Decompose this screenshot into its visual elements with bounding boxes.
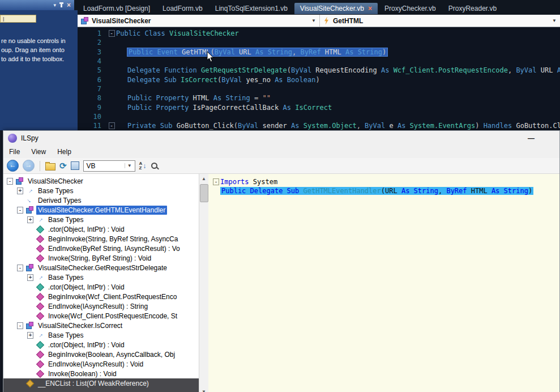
- toolbox-item[interactable]: l: [0, 15, 36, 23]
- line-number: 4: [78, 57, 107, 65]
- open-file-icon[interactable]: [45, 163, 55, 171]
- tab-proxychecker-vb[interactable]: ProxyChecker.vb: [379, 3, 442, 14]
- tree-item[interactable]: BeginInvoke(String, ByRef String, AsyncC…: [3, 234, 199, 244]
- ilspy-app-icon: [8, 134, 17, 143]
- code-token: As String: [213, 94, 254, 102]
- tab-visualsitechecker-vb[interactable]: VisualSiteChecker.vb×: [294, 3, 378, 14]
- tab-close-icon[interactable]: ×: [368, 5, 372, 12]
- tree-item-label: .ctor(Object, IntPtr) : Void: [46, 340, 126, 350]
- member-dropdown[interactable]: GetHTML ▼: [320, 15, 560, 27]
- tree-item[interactable]: BeginInvoke(Boolean, AsyncCallback, Obj: [3, 350, 199, 359]
- line-number: 7: [78, 85, 107, 93]
- chevron-down-icon: ▼: [125, 163, 132, 168]
- tree-item[interactable]: .ctor(Object, IntPtr) : Void: [3, 224, 199, 234]
- method-icon: [36, 245, 44, 252]
- editor-line: 3Public Event GetHTML(ByVal URL As Strin…: [78, 48, 560, 57]
- tree-item[interactable]: Derived Types: [3, 195, 199, 205]
- forward-button[interactable]: →: [23, 160, 35, 172]
- code-token: =: [254, 94, 262, 102]
- tree-item-label: EndInvoke(IAsyncResult) : String: [46, 302, 149, 311]
- expander-icon[interactable]: +: [27, 216, 33, 223]
- tree-item[interactable]: -VisualSiteChecker.GetHTMLEventHandler: [3, 205, 199, 215]
- tab-proxyreader-vb[interactable]: ProxyReader.vb: [443, 3, 502, 14]
- tree-item[interactable]: BeginInvoke(Wcf_Client.PostRequestEnco: [3, 292, 199, 301]
- expander-icon[interactable]: -: [17, 207, 23, 214]
- tree-item[interactable]: Invoke(Boolean) : Void: [3, 369, 199, 378]
- tree-item-label: .ctor(Object, IntPtr) : Void: [46, 283, 126, 292]
- code-token: GetHTML: [182, 48, 211, 56]
- tree-item-label: Invoke(Boolean) : Void: [46, 369, 118, 378]
- sort-arrow-icon: ↓: [143, 162, 146, 170]
- tree-item[interactable]: Invoke(String, ByRef String) : Void: [3, 253, 199, 263]
- code-text: Delegate Function GetRequestStrDelegate(…: [127, 66, 560, 74]
- source-line: Public Delegate Sub GetHTMLEventHandler(…: [212, 186, 559, 195]
- tab-loadform-vb[interactable]: LoadForm.vb: [157, 3, 208, 14]
- tree-scrollbar[interactable]: ▲ ▼: [199, 174, 208, 392]
- tree-item[interactable]: -VisualSiteChecker.GetRequestStrDelegate: [3, 263, 199, 272]
- code-token: ,: [438, 187, 446, 195]
- tree-item[interactable]: +Base Types: [3, 186, 199, 195]
- tab-linqtosqlextension1-vb[interactable]: LinqToSqlExtension1.vb: [210, 3, 293, 14]
- menu-item-view[interactable]: View: [31, 148, 46, 156]
- minimize-button[interactable]: —: [528, 134, 535, 142]
- expander-icon[interactable]: +: [17, 188, 23, 194]
- code-token: Wcf_Client.PostRequestEncode: [394, 66, 508, 74]
- event-icon: [323, 17, 330, 25]
- chevron-down-icon[interactable]: ▾: [53, 3, 56, 8]
- code-token: (: [234, 122, 238, 130]
- tree-item[interactable]: .ctor(Object, IntPtr) : Void: [3, 282, 199, 292]
- back-button[interactable]: ←: [7, 160, 19, 172]
- tree-item[interactable]: -VisualSiteChecker.IsCorrect: [3, 321, 199, 330]
- language-select[interactable]: VB ▼: [83, 160, 135, 172]
- menu-item-help[interactable]: Help: [57, 148, 71, 156]
- scroll-down-icon[interactable]: ▼: [199, 387, 208, 392]
- tree-item[interactable]: +Base Types: [3, 272, 199, 282]
- fold-toggle-icon[interactable]: -: [109, 30, 115, 37]
- expander-icon[interactable]: +: [27, 274, 33, 281]
- editor-navigation-bar: VisualSiteChecker ▼ GetHTML ▼: [78, 15, 560, 27]
- assembly-list-icon[interactable]: [71, 161, 79, 170]
- pin-icon[interactable]: [61, 3, 62, 7]
- scrollbar-thumb[interactable]: [200, 184, 208, 202]
- fold-toggle-icon[interactable]: -: [109, 122, 115, 129]
- member-dropdown-label: GetHTML: [333, 17, 363, 25]
- tree-item[interactable]: __ENCList : List(Of WeakReference): [3, 378, 199, 388]
- decompiled-source-view[interactable]: -Imports SystemPublic Delegate Sub GetHT…: [208, 174, 559, 392]
- expander-icon[interactable]: +: [27, 332, 33, 339]
- expander-icon[interactable]: -: [7, 178, 13, 185]
- tree-item[interactable]: +Base Types: [3, 330, 199, 340]
- method-icon: [36, 351, 44, 358]
- sort-icon[interactable]: AZ ↓: [139, 161, 147, 171]
- close-icon[interactable]: ×: [67, 2, 71, 8]
- code-token: As: [381, 66, 394, 74]
- scroll-up-icon[interactable]: ▲: [199, 174, 208, 183]
- search-icon[interactable]: [150, 161, 159, 171]
- code-token: Public Property: [127, 104, 193, 112]
- field-icon: [26, 380, 33, 387]
- code-token: As Str: [557, 66, 560, 74]
- selected-code: Public Delegate Sub GetHTMLEventHandler(…: [220, 187, 533, 195]
- toolbox-titlebar[interactable]: ▾ ×: [0, 0, 74, 10]
- fold-toggle-icon[interactable]: -: [213, 178, 219, 185]
- code-editor[interactable]: 1-Public Class VisualSiteChecker23Public…: [78, 27, 560, 132]
- code-token: "": [262, 94, 270, 102]
- menu-item-file[interactable]: File: [9, 148, 20, 156]
- tree-item[interactable]: .ctor(Object, IntPtr) : Void: [3, 340, 199, 350]
- tree-item[interactable]: EndInvoke(IAsyncResult) : String: [3, 301, 199, 311]
- tree-item-label: BeginInvoke(String, ByRef String, AsyncC…: [46, 235, 179, 244]
- refresh-icon[interactable]: ⟳: [59, 161, 67, 170]
- expander-icon[interactable]: -: [17, 322, 23, 329]
- expander-icon[interactable]: -: [17, 265, 23, 271]
- tree-item[interactable]: +Base Types: [3, 215, 199, 224]
- assembly-tree[interactable]: -VisualSiteChecker+Base TypesDerived Typ…: [3, 174, 199, 392]
- tree-item-label: __ENCList : List(Of WeakReference): [36, 379, 151, 388]
- tree-item[interactable]: EndInvoke(ByRef String, IAsyncResult) : …: [3, 244, 199, 253]
- code-token: ): [475, 122, 483, 130]
- tree-item[interactable]: -VisualSiteChecker: [3, 176, 199, 186]
- tree-item[interactable]: EndInvoke(IAsyncResult) : Void: [3, 359, 199, 369]
- tree-item[interactable]: Invoke(Wcf_Client.PostRequestEncode, St: [3, 311, 199, 321]
- code-text: Imports System: [220, 178, 277, 186]
- titlebar[interactable]: ILSpy —: [3, 131, 559, 146]
- type-dropdown[interactable]: VisualSiteChecker ▼: [78, 15, 320, 27]
- tab-loadform-vb-design[interactable]: LoadForm.vb [Design]: [78, 3, 156, 14]
